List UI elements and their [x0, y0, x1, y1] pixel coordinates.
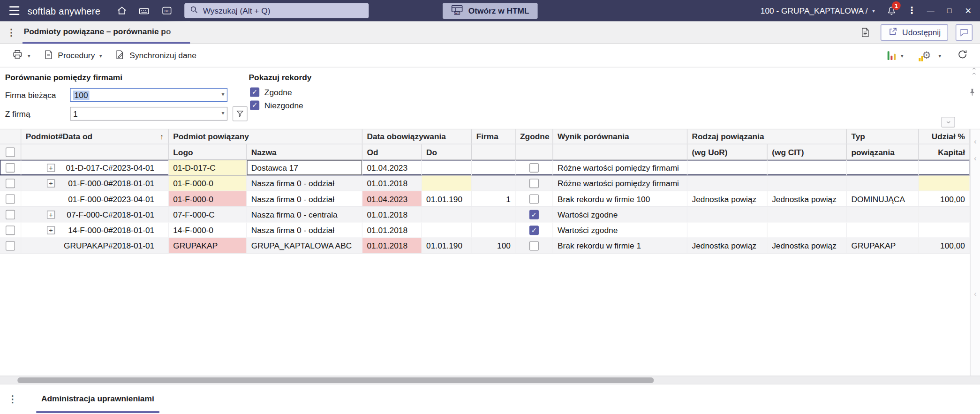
- edit-sync-icon: [114, 49, 125, 62]
- data-do-cell: 01.01.190: [422, 238, 472, 253]
- chevron-down-icon[interactable]: ▾: [221, 91, 224, 98]
- row-checkbox[interactable]: [6, 210, 15, 219]
- bottom-tab-administracja[interactable]: Administracja uprawnieniami: [36, 385, 159, 413]
- filter-option-zgodne[interactable]: ✓ Zgodne: [250, 88, 311, 97]
- horizontal-scrollbar-thumb[interactable]: [17, 377, 654, 383]
- bc-app-icon[interactable]: BC: [155, 0, 178, 21]
- column-header-kapital[interactable]: Kapitał: [919, 144, 970, 159]
- share-button[interactable]: Udostępnij: [880, 24, 948, 40]
- column-header-od[interactable]: Od: [362, 144, 422, 159]
- column-header-udzial[interactable]: Udział %: [919, 129, 970, 144]
- logo-cell: 01-F-000-0: [169, 176, 247, 191]
- global-search[interactable]: [184, 3, 369, 18]
- window-maximize-button[interactable]: □: [940, 0, 959, 21]
- collapse-ribbon-icon[interactable]: [971, 66, 978, 76]
- tab-podmioty-powiazane[interactable]: Podmioty powiązane – porównanie po: [23, 21, 190, 44]
- expand-row-button[interactable]: +: [47, 226, 55, 234]
- row-checkbox[interactable]: [6, 163, 15, 172]
- refresh-button[interactable]: [951, 46, 974, 65]
- feedback-comment-icon[interactable]: [956, 24, 972, 40]
- zgodne-checkbox[interactable]: [529, 241, 539, 250]
- horizontal-scrollbar[interactable]: [0, 376, 980, 384]
- zgodne-checkbox[interactable]: ✓: [529, 226, 539, 235]
- chevron-down-icon: ▾: [28, 52, 30, 58]
- document-icon[interactable]: [857, 24, 873, 40]
- print-button[interactable]: ▾: [6, 46, 36, 65]
- column-header-data-obowiazywania[interactable]: Data obowiązywania: [362, 129, 472, 144]
- expand-row-button[interactable]: +: [47, 179, 55, 187]
- table-row[interactable]: +14-F-000-0#2018-01-0114-F-000-0Nasza fi…: [0, 223, 970, 238]
- pin-panel-icon[interactable]: [967, 88, 977, 99]
- column-header-zgodne[interactable]: Zgodne: [516, 129, 553, 144]
- filter-funnel-button[interactable]: [233, 106, 248, 121]
- tab-bar-right: Udostępnij: [857, 24, 972, 40]
- chart-settings-button[interactable]: ⚙ ▾: [913, 46, 947, 65]
- procedures-doc-icon: [43, 49, 53, 62]
- column-header-wg-cit[interactable]: (wg CIT): [768, 144, 847, 159]
- wynik-porownania-cell: Wartości zgodne: [553, 223, 688, 238]
- chart-view-button[interactable]: ▾: [881, 46, 909, 65]
- bottom-drag-handle-icon[interactable]: ⋮: [0, 393, 25, 405]
- row-checkbox[interactable]: [6, 194, 15, 203]
- zgodne-checkbox[interactable]: ✓: [529, 210, 539, 219]
- hamburger-menu-icon[interactable]: [4, 0, 25, 21]
- window-minimize-button[interactable]: —: [921, 0, 940, 21]
- row-select-cell: [0, 238, 21, 253]
- expand-row-button[interactable]: +: [47, 164, 55, 172]
- zgodne-filter-checkbox[interactable]: ✓: [250, 88, 259, 97]
- row-checkbox[interactable]: [6, 179, 15, 188]
- filter-option-niezgodne[interactable]: ✓ Niezgodne: [250, 101, 311, 110]
- column-header-do[interactable]: Do: [422, 144, 472, 159]
- niezgodne-filter-label: Niezgodne: [264, 101, 303, 110]
- with-company-combobox[interactable]: 1 ▾: [70, 107, 227, 120]
- podmiot-data-od-value: 14-F-000-0#2018-01-01: [68, 226, 164, 235]
- scroll-left-icon[interactable]: ‹: [974, 137, 977, 145]
- row-checkbox[interactable]: [6, 241, 15, 250]
- column-header-typ[interactable]: Typ: [847, 129, 919, 144]
- column-header-typ-powiazania[interactable]: powiązania: [847, 144, 919, 159]
- company-selector[interactable]: 100 - GRUPA_KAPTALOWA / ▾: [755, 0, 880, 21]
- table-row[interactable]: +01-F-000-0#2018-01-0101-F-000-0Nasza fi…: [0, 176, 970, 191]
- column-header-podmiot-powiazany[interactable]: Podmiot powiązany: [169, 129, 362, 144]
- tab-drag-handle-icon[interactable]: ⋮: [0, 27, 23, 38]
- sort-ascending-icon[interactable]: ↑: [160, 132, 164, 141]
- zgodne-checkbox[interactable]: [529, 179, 539, 188]
- column-header-rodzaj-powiazania[interactable]: Rodzaj powiązania: [687, 129, 847, 144]
- table-row[interactable]: +07-F-000-C#2018-01-0107-F-000-CNasza fi…: [0, 207, 970, 222]
- procedures-button[interactable]: Procedury ▾: [37, 46, 107, 65]
- expand-row-button[interactable]: +: [47, 211, 55, 218]
- column-header-podmiot-data-od[interactable]: Podmiot#Data od ↑: [21, 129, 169, 144]
- chevron-down-icon: ▾: [872, 8, 875, 14]
- column-header-wynik-porownania[interactable]: Wynik porównania: [553, 129, 688, 144]
- collapse-filter-panel-button[interactable]: [941, 117, 955, 128]
- synchronize-data-button[interactable]: Synchronizuj dane: [109, 46, 202, 65]
- column-header-nazwa[interactable]: Nazwa: [247, 144, 362, 159]
- open-in-html-button[interactable]: HTML Otwórz w HTML: [443, 3, 537, 18]
- keyboard-icon[interactable]: [133, 0, 155, 21]
- zgodne-cell: [516, 191, 553, 206]
- procedures-label: Procedury: [58, 51, 95, 60]
- toolbar-right: ▾ ⚙ ▾: [881, 46, 973, 65]
- current-company-combobox[interactable]: 100 ▾: [70, 88, 227, 102]
- window-close-button[interactable]: ✕: [959, 0, 978, 21]
- table-row[interactable]: 01-F-000-0#2023-04-0101-F-000-0Nasza fir…: [0, 191, 970, 207]
- column-header-wg-uor[interactable]: (wg UoR): [687, 144, 768, 159]
- column-header-firma[interactable]: Firma: [472, 129, 515, 144]
- chevron-down-icon[interactable]: ▾: [221, 110, 224, 116]
- header-select-cell: [0, 144, 21, 159]
- zgodne-checkbox[interactable]: [529, 194, 539, 203]
- table-row[interactable]: GRUPAKAP#2018-01-01GRUPAKAPGRUPA_KAPTALO…: [0, 238, 970, 254]
- zgodne-checkbox[interactable]: [529, 163, 539, 172]
- home-icon[interactable]: [110, 0, 133, 21]
- row-checkbox[interactable]: [6, 226, 15, 235]
- niezgodne-filter-checkbox[interactable]: ✓: [250, 101, 259, 110]
- scroll-left-icon[interactable]: ‹: [974, 154, 977, 162]
- wynik-porownania-cell: Brak rekordu w firmie 1: [553, 238, 688, 253]
- more-options-icon[interactable]: ⋮: [903, 0, 921, 21]
- table-row[interactable]: +01-D-017-C#2023-04-0101-D-017-CDostawca…: [0, 160, 970, 175]
- notifications-bell-icon[interactable]: 1: [880, 0, 903, 21]
- scroll-left-icon[interactable]: ‹: [974, 289, 977, 297]
- select-all-checkbox[interactable]: [6, 147, 15, 157]
- search-input[interactable]: [203, 6, 364, 15]
- column-header-logo[interactable]: Logo: [169, 144, 247, 159]
